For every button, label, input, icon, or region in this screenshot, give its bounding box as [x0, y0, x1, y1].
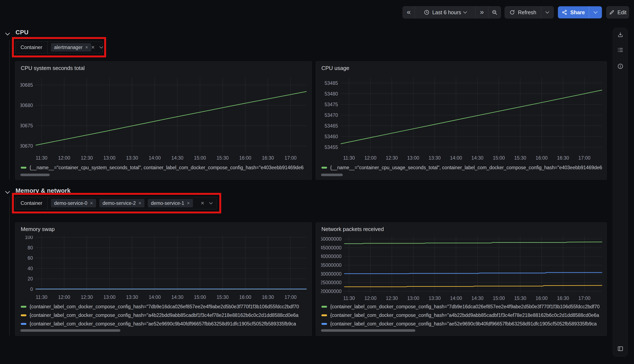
time-series-chart[interactable]: 02040608010011:3012:0012:3013:0013:3014:…	[20, 236, 307, 301]
edit-label: Edit	[617, 10, 626, 16]
svg-text:17:00: 17:00	[284, 294, 297, 300]
annotation-highlight-memory-filter	[12, 193, 221, 214]
panel-title[interactable]: CPU system seconds total	[21, 65, 85, 72]
svg-text:14:00: 14:00	[450, 155, 462, 161]
refresh-icon	[509, 10, 515, 15]
chevron-down-icon	[593, 10, 597, 14]
time-shift-forward-button[interactable]: »	[475, 6, 488, 18]
svg-text:13:00: 13:00	[407, 155, 419, 161]
section-title-cpu[interactable]: CPU	[16, 29, 29, 36]
panel-legend: {__name__="container_cpu_system_seconds_…	[21, 164, 307, 171]
time-range-label: Last 6 hours	[432, 10, 461, 16]
panel-title[interactable]: Network packets received	[322, 226, 384, 232]
time-range-picker[interactable]: Last 6 hours	[415, 6, 475, 18]
svg-text:14:00: 14:00	[149, 294, 161, 300]
angles-left-icon: «	[407, 8, 411, 16]
svg-text:13:30: 13:30	[429, 296, 441, 301]
info-circle-icon[interactable]	[617, 63, 623, 70]
legend-item[interactable]: {container_label_com_docker_compose_conf…	[21, 320, 307, 328]
time-shift-back-button[interactable]: «	[403, 6, 415, 18]
time-series-chart[interactable]: 3067030675306803068511:3012:0012:3013:00…	[20, 78, 307, 162]
svg-text:11:30: 11:30	[36, 294, 47, 300]
share-label: Share	[570, 10, 585, 16]
svg-text:11:30: 11:30	[343, 155, 355, 161]
section-collapse-chevron-icon[interactable]	[5, 189, 10, 194]
svg-text:935000000: 935000000	[321, 262, 342, 268]
legend-swatch	[21, 306, 27, 308]
svg-text:12:30: 12:30	[81, 294, 93, 300]
svg-text:12:00: 12:00	[364, 296, 377, 301]
toggle-panel-icon[interactable]	[617, 345, 624, 352]
svg-text:53455: 53455	[325, 144, 338, 150]
svg-text:15:30: 15:30	[514, 296, 526, 301]
legend-label: {__name__="container_cpu_usage_seconds_t…	[330, 165, 602, 170]
panel-title[interactable]: CPU usage	[322, 65, 349, 72]
legend-item[interactable]: {__name__="container_cpu_system_seconds_…	[21, 164, 307, 171]
legend-item[interactable]: {__name__="container_cpu_usage_seconds_t…	[322, 164, 602, 171]
svg-text:12:00: 12:00	[364, 155, 377, 161]
svg-text:15:30: 15:30	[514, 155, 526, 161]
refresh-button[interactable]: Refresh	[505, 6, 541, 18]
svg-text:53470: 53470	[325, 112, 338, 118]
legend-scrollbar[interactable]	[321, 174, 343, 176]
svg-text:14:30: 14:30	[471, 296, 483, 301]
legend-swatch	[322, 167, 327, 168]
svg-text:53485: 53485	[325, 80, 338, 86]
svg-text:14:30: 14:30	[471, 155, 483, 161]
legend-scrollbar[interactable]	[20, 174, 50, 176]
panel-legend: {__name__="container_cpu_usage_seconds_t…	[322, 164, 602, 171]
svg-text:16:30: 16:30	[262, 155, 274, 161]
refresh-group: Refresh	[505, 6, 554, 18]
panel-title[interactable]: Memory swap	[21, 226, 55, 232]
legend-item[interactable]: {container_label_com_docker_compose_conf…	[322, 320, 602, 328]
annotation-highlight-cpu-filter	[12, 37, 106, 58]
edit-group: Edit	[606, 6, 629, 18]
svg-text:53460: 53460	[325, 134, 338, 139]
legend-label: {container_label_com_docker_compose_conf…	[330, 312, 599, 318]
svg-text:17:00: 17:00	[578, 296, 591, 301]
svg-text:930000000: 930000000	[321, 271, 342, 277]
legend-item[interactable]: {container_label_com_docker_compose_conf…	[322, 311, 602, 320]
svg-text:945000000: 945000000	[321, 245, 342, 250]
svg-text:80: 80	[28, 245, 33, 250]
section-indent-guide	[9, 196, 10, 336]
legend-swatch	[21, 314, 27, 316]
time-series-chart[interactable]: 5345553460534655347053475534805348511:30…	[321, 78, 603, 162]
share-button[interactable]: Share	[558, 6, 589, 18]
svg-text:15:00: 15:00	[194, 155, 206, 161]
svg-text:53475: 53475	[325, 102, 338, 107]
export-download-icon[interactable]	[617, 32, 623, 38]
svg-text:13:30: 13:30	[126, 155, 138, 161]
svg-text:53465: 53465	[325, 123, 338, 128]
svg-text:17:00: 17:00	[578, 155, 591, 161]
legend-scrollbar[interactable]	[20, 329, 120, 332]
svg-text:16:30: 16:30	[557, 155, 569, 161]
svg-text:14:30: 14:30	[171, 294, 183, 300]
refresh-interval-button[interactable]	[541, 6, 553, 18]
chevron-down-icon	[463, 10, 467, 14]
zoom-out-time-button[interactable]	[488, 6, 501, 18]
legend-label: {container_label_com_docker_compose_conf…	[30, 321, 296, 327]
svg-text:16:00: 16:00	[239, 294, 251, 300]
svg-text:12:30: 12:30	[81, 155, 93, 161]
legend-label: {__name__="container_cpu_system_seconds_…	[30, 165, 303, 170]
legend-item[interactable]: {container_label_com_docker_compose_conf…	[21, 311, 307, 320]
outline-list-icon[interactable]	[617, 47, 623, 53]
legend-item[interactable]: {container_label_com_docker_compose_conf…	[322, 302, 602, 311]
panel-legend: {container_label_com_docker_compose_conf…	[322, 302, 602, 328]
legend-item[interactable]: {container_label_com_docker_compose_conf…	[21, 302, 307, 311]
svg-text:17:00: 17:00	[284, 155, 297, 161]
edit-button[interactable]: Edit	[606, 6, 629, 18]
svg-text:950000000: 950000000	[321, 236, 342, 242]
legend-scrollbar[interactable]	[321, 329, 415, 332]
panel-legend: {container_label_com_docker_compose_conf…	[21, 302, 307, 328]
share-menu-button[interactable]	[589, 6, 602, 18]
svg-text:14:00: 14:00	[149, 155, 161, 161]
svg-text:925000000: 925000000	[321, 280, 342, 285]
section-collapse-chevron-icon[interactable]	[5, 31, 10, 36]
legend-label: {container_label_com_docker_compose_conf…	[330, 304, 600, 310]
right-action-rail	[613, 28, 628, 356]
time-series-chart[interactable]: 9200000009250000009300000009350000009400…	[321, 236, 603, 302]
panel-cpu-usage: CPU usage 534555346053465534705347553480…	[316, 61, 607, 180]
panel-memory-swap: Memory swap 02040608010011:3012:0012:301…	[15, 222, 312, 336]
